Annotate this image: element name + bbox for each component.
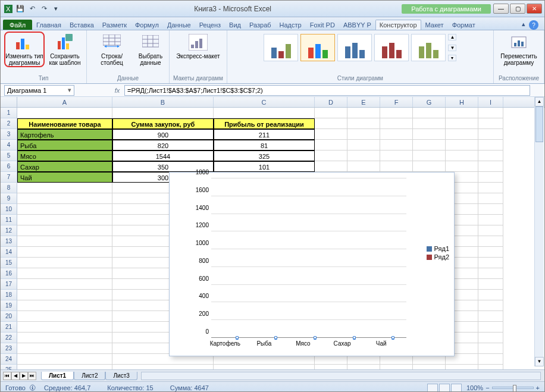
cell-F4[interactable] (380, 140, 413, 150)
cell-E1[interactable] (347, 108, 380, 118)
cell-A24[interactable] (17, 354, 112, 365)
column-header-C[interactable]: C (214, 97, 315, 107)
scroll-up-icon[interactable]: ▲ (535, 97, 544, 106)
cell-A5[interactable]: Мясо (17, 150, 112, 161)
cell-A18[interactable] (17, 290, 112, 300)
sheet-tab-Лист3[interactable]: Лист3 (105, 372, 137, 380)
cell-B3[interactable]: 900 (112, 129, 214, 140)
save-icon[interactable]: 💾 (15, 4, 26, 14)
cell-I9[interactable] (478, 193, 503, 204)
cell-E5[interactable] (347, 150, 380, 161)
row-header-21[interactable]: 21 (1, 322, 17, 333)
cell-D2[interactable] (315, 118, 347, 129)
cell-I25[interactable] (478, 365, 503, 369)
cell-A20[interactable] (17, 311, 112, 322)
cell-A16[interactable] (17, 268, 112, 279)
cell-A12[interactable] (17, 225, 112, 236)
cell-I23[interactable] (478, 343, 503, 354)
cell-I17[interactable] (478, 279, 503, 290)
cell-B1[interactable] (112, 108, 214, 118)
cell-I16[interactable] (478, 268, 503, 279)
cell-C6[interactable]: 101 (214, 161, 315, 172)
sheet-nav-next-icon[interactable]: ▶ (20, 372, 28, 380)
tab-Главная[interactable]: Главная (32, 20, 65, 30)
cell-I6[interactable] (478, 161, 503, 172)
cell-A17[interactable] (17, 279, 112, 290)
gallery-more-icon[interactable]: ▾ (448, 55, 456, 61)
tab-Реценз[interactable]: Реценз (195, 20, 225, 30)
cell-A8[interactable] (17, 183, 112, 193)
cell-I5[interactable] (478, 150, 503, 161)
row-header-2[interactable]: 2 (1, 118, 17, 129)
scroll-thumb[interactable] (535, 106, 543, 142)
cell-E6[interactable] (347, 161, 380, 172)
move-chart-button[interactable]: Переместить диаграмму (497, 32, 540, 66)
cell-H1[interactable] (446, 108, 478, 118)
cell-B25[interactable] (112, 365, 214, 369)
row-header-16[interactable]: 16 (1, 268, 17, 279)
cell-I21[interactable] (478, 322, 503, 333)
minimize-button[interactable]: — (493, 4, 509, 14)
row-header-8[interactable]: 8 (1, 183, 17, 193)
select-all-corner[interactable] (1, 97, 17, 107)
tab-Макет[interactable]: Макет (421, 20, 448, 30)
horizontal-scrollbar[interactable] (141, 372, 541, 380)
column-header-B[interactable]: B (112, 97, 214, 107)
column-header-D[interactable]: D (315, 97, 347, 107)
cell-H3[interactable] (446, 129, 478, 140)
chart-style-4[interactable] (374, 34, 409, 61)
cell-E4[interactable] (347, 140, 380, 150)
cell-I22[interactable] (478, 333, 503, 343)
cell-A14[interactable] (17, 247, 112, 258)
column-header-I[interactable]: I (478, 97, 503, 107)
chart-style-2[interactable] (300, 34, 335, 61)
cell-F6[interactable] (380, 161, 413, 172)
cell-D5[interactable] (315, 150, 347, 161)
cell-I10[interactable] (478, 204, 503, 215)
row-header-20[interactable]: 20 (1, 311, 17, 322)
chart-legend[interactable]: Ряд1Ряд2 (427, 244, 449, 262)
cell-I19[interactable] (478, 300, 503, 311)
save-as-template-button[interactable]: Сохранить как шаблон (47, 32, 83, 67)
legend-item-Ряд2[interactable]: Ряд2 (427, 253, 449, 261)
cell-A15[interactable] (17, 258, 112, 268)
row-header-10[interactable]: 10 (1, 204, 17, 215)
cell-D1[interactable] (315, 108, 347, 118)
row-header-19[interactable]: 19 (1, 300, 17, 311)
cell-A21[interactable] (17, 322, 112, 333)
cell-A1[interactable] (17, 108, 112, 118)
row-header-15[interactable]: 15 (1, 258, 17, 268)
sheet-tab-Лист1[interactable]: Лист1 (41, 372, 74, 380)
cell-D25[interactable] (315, 365, 347, 369)
embedded-chart[interactable]: 020040060080010001200140016001800Картофе… (169, 172, 455, 356)
column-header-F[interactable]: F (380, 97, 413, 107)
undo-icon[interactable]: ↶ (27, 4, 37, 14)
cell-I13[interactable] (478, 236, 503, 247)
maximize-button[interactable]: ▢ (510, 4, 525, 14)
cell-A23[interactable] (17, 343, 112, 354)
cell-A4[interactable]: Рыба (17, 140, 112, 150)
tab-Формат[interactable]: Формат (448, 20, 480, 30)
gallery-scroll-up-icon[interactable]: ▲ (448, 34, 456, 40)
cell-I3[interactable] (478, 129, 503, 140)
cell-D4[interactable] (315, 140, 347, 150)
ribbon-minimize-icon[interactable]: ▴ (522, 20, 525, 30)
cell-A25[interactable] (17, 365, 112, 369)
cell-C2[interactable]: Прибыль от реализации (214, 118, 315, 129)
view-normal-button[interactable] (427, 384, 438, 392)
quick-layout-button[interactable]: Экспресс-макет (176, 32, 221, 59)
cell-A3[interactable]: Картофель (17, 129, 112, 140)
cell-G2[interactable] (413, 118, 446, 129)
cell-I2[interactable] (478, 118, 503, 129)
zoom-slider[interactable] (492, 387, 534, 389)
scroll-down-icon[interactable]: ▼ (535, 357, 544, 366)
row-header-13[interactable]: 13 (1, 236, 17, 247)
cell-B2[interactable]: Сумма закупок, руб (112, 118, 214, 129)
fx-icon[interactable]: fx (110, 87, 124, 94)
row-header-17[interactable]: 17 (1, 279, 17, 290)
cell-F1[interactable] (380, 108, 413, 118)
tab-Надстр[interactable]: Надстр (275, 20, 306, 30)
cell-H2[interactable] (446, 118, 478, 129)
row-header-18[interactable]: 18 (1, 290, 17, 300)
cell-G1[interactable] (413, 108, 446, 118)
